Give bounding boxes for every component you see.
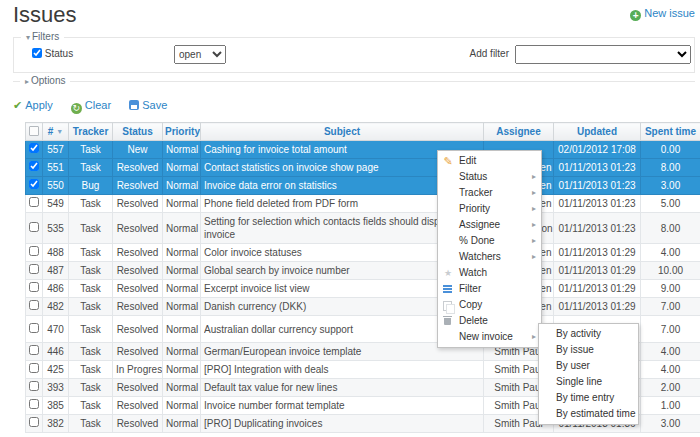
row-checkbox-cell	[26, 316, 43, 343]
issue-status: In Progress	[113, 361, 163, 379]
menu-item-done[interactable]: % Done▸	[438, 233, 541, 249]
row-checkbox[interactable]	[29, 345, 39, 355]
issue-spent-time: 10.00	[641, 262, 700, 280]
menu-item-assignee[interactable]: Assignee▸	[438, 217, 541, 233]
new-issue-link[interactable]: New issue	[630, 7, 695, 21]
issue-row-535[interactable]: 535TaskResolvedNormalSetting for selecti…	[26, 213, 700, 244]
check-all-icon	[29, 126, 39, 136]
menu-item-new-invoice[interactable]: New invoice▸	[438, 329, 541, 345]
issue-row-557[interactable]: 557TaskNewNormalCashing for invoice tota…	[26, 141, 700, 159]
submenu-item-by-estimated-time[interactable]: By estimated time	[539, 406, 638, 422]
issue-updated: 01/11/2013 01:23	[554, 213, 641, 244]
column-header-priority[interactable]: Priority	[163, 123, 201, 141]
issue-priority: Normal	[163, 213, 201, 244]
issue-tracker: Task	[69, 195, 113, 213]
row-checkbox[interactable]	[29, 161, 39, 171]
issue-row-487[interactable]: 487TaskResolvedNormalGlobal search by in…	[26, 262, 700, 280]
menu-item-filter[interactable]: Filter	[438, 281, 541, 297]
menu-item-priority[interactable]: Priority▸	[438, 201, 541, 217]
menu-item-status[interactable]: Status▸	[438, 169, 541, 185]
context-menu: EditStatus▸Tracker▸Priority▸Assignee▸% D…	[437, 150, 542, 348]
submenu-item-by-time-entry[interactable]: By time entry	[539, 390, 638, 406]
status-filter-checkbox[interactable]	[32, 48, 42, 58]
row-checkbox[interactable]	[29, 300, 39, 310]
row-checkbox[interactable]	[29, 363, 39, 373]
clear-button[interactable]: Clear	[71, 99, 111, 111]
issue-tracker: Task	[69, 262, 113, 280]
table-header-row: #▼ Tracker Status Priority Subject Assig…	[26, 123, 700, 141]
column-header-id[interactable]: #▼	[43, 123, 69, 141]
menu-item-label: Watch	[459, 267, 487, 278]
issue-tracker: Task	[69, 298, 113, 316]
issue-tracker: Task	[69, 415, 113, 433]
column-header-updated[interactable]: Updated	[554, 123, 641, 141]
submenu-item-by-user[interactable]: By user	[539, 358, 638, 374]
row-checkbox[interactable]	[29, 282, 39, 292]
clear-label: Clear	[85, 99, 111, 111]
row-checkbox[interactable]	[29, 417, 39, 427]
row-checkbox[interactable]	[29, 179, 39, 189]
collapse-down-icon: ▾	[26, 33, 30, 42]
menu-item-delete[interactable]: Delete	[438, 313, 541, 329]
menu-item-label: Delete	[459, 315, 488, 326]
column-header-subject[interactable]: Subject	[201, 123, 484, 141]
column-header-spent-time[interactable]: Spent time	[641, 123, 700, 141]
issue-row-551[interactable]: 551TaskResolvedNormalContact statistics …	[26, 159, 700, 177]
menu-item-edit[interactable]: Edit	[438, 153, 541, 169]
issue-row-482[interactable]: 482TaskResolvedNormalDanish currency (DK…	[26, 298, 700, 316]
issue-status: Resolved	[113, 159, 163, 177]
row-checkbox[interactable]	[29, 323, 39, 333]
apply-button[interactable]: Apply	[13, 99, 53, 111]
menu-item-tracker[interactable]: Tracker▸	[438, 185, 541, 201]
issue-row-550[interactable]: 550BugResolvedNormalInvoice data error o…	[26, 177, 700, 195]
column-header-tracker[interactable]: Tracker	[69, 123, 113, 141]
submenu-arrow-icon: ▸	[532, 329, 536, 345]
menu-item-watchers[interactable]: Watchers▸	[438, 249, 541, 265]
filters-legend[interactable]: ▾Filters	[21, 31, 64, 42]
issue-row-488[interactable]: 488TaskResolvedNormalColor invoice statu…	[26, 244, 700, 262]
row-checkbox[interactable]	[29, 197, 39, 207]
row-checkbox-cell	[26, 262, 43, 280]
issue-priority: Normal	[163, 159, 201, 177]
options-legend[interactable]: ▸Options	[20, 75, 70, 86]
column-header-status[interactable]: Status	[113, 123, 163, 141]
issue-priority: Normal	[163, 141, 201, 159]
status-operator-select[interactable]: open	[174, 45, 226, 64]
check-all-header[interactable]	[26, 123, 43, 141]
row-checkbox-cell	[26, 415, 43, 433]
trash-icon	[444, 318, 451, 325]
menu-item-copy[interactable]: Copy	[438, 297, 541, 313]
row-checkbox[interactable]	[29, 399, 39, 409]
add-filter-select[interactable]	[515, 45, 691, 64]
submenu-arrow-icon: ▸	[532, 233, 536, 249]
save-button[interactable]: Save	[129, 99, 167, 111]
issue-status: New	[113, 141, 163, 159]
issue-row-549[interactable]: 549TaskResolvedNormalPhone field deleted…	[26, 195, 700, 213]
row-checkbox[interactable]	[29, 264, 39, 274]
issue-tracker: Task	[69, 244, 113, 262]
menu-item-watch[interactable]: Watch	[438, 265, 541, 281]
row-checkbox-cell	[26, 280, 43, 298]
row-checkbox[interactable]	[29, 222, 39, 232]
star-icon	[442, 267, 454, 279]
issue-tracker: Task	[69, 159, 113, 177]
submenu-item-by-issue[interactable]: By issue	[539, 342, 638, 358]
issue-spent-time: 7.00	[641, 316, 700, 343]
issue-subject: Invoice number format template	[201, 397, 484, 415]
issue-updated: 01/11/2013 01:23	[554, 177, 641, 195]
issue-priority: Normal	[163, 397, 201, 415]
submenu-item-single-line[interactable]: Single line	[539, 374, 638, 390]
issue-status: Resolved	[113, 213, 163, 244]
row-checkbox[interactable]	[29, 143, 39, 153]
apply-label: Apply	[25, 99, 53, 111]
submenu-item-by-activity[interactable]: By activity	[539, 326, 638, 342]
issue-status: Resolved	[113, 316, 163, 343]
issue-updated: 01/11/2013 01:29	[554, 244, 641, 262]
issue-row-486[interactable]: 486TaskResolvedNormalExcerpt invoice lis…	[26, 280, 700, 298]
row-checkbox[interactable]	[29, 246, 39, 256]
plus-icon	[630, 10, 641, 21]
page-title: Issues	[13, 2, 77, 28]
column-header-assignee[interactable]: Assignee	[484, 123, 554, 141]
issue-id: 446	[43, 343, 69, 361]
row-checkbox[interactable]	[29, 381, 39, 391]
